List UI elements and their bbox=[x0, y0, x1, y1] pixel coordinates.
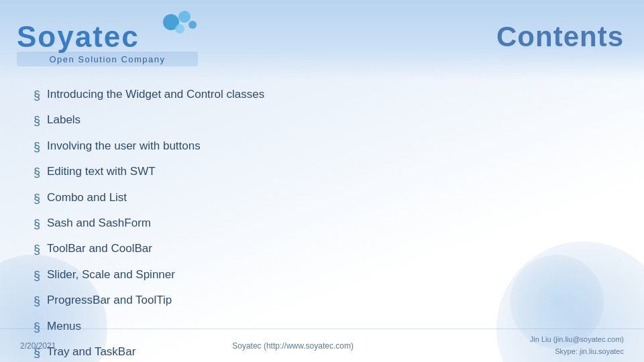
bullet-text: ToolBar and CoolBar bbox=[47, 241, 152, 256]
list-item: §Labels bbox=[34, 113, 610, 129]
bullet-marker: § bbox=[34, 113, 40, 129]
svg-text:Open Solution Company: Open Solution Company bbox=[49, 54, 165, 64]
bullet-text: Involving the user with buttons bbox=[47, 139, 201, 154]
list-item: §Slider, Scale and Spinner bbox=[34, 267, 610, 284]
bullet-marker: § bbox=[34, 88, 40, 103]
content-area: §Introducing the Widget and Control clas… bbox=[34, 87, 610, 322]
list-item: §Editing text with SWT bbox=[34, 164, 610, 180]
logo-container: Soyatec Open Solution Company bbox=[13, 10, 201, 70]
soyatec-logo: Soyatec Open Solution Company bbox=[13, 10, 201, 70]
svg-point-2 bbox=[178, 11, 191, 23]
bullet-text: Editing text with SWT bbox=[47, 164, 156, 179]
svg-point-3 bbox=[175, 24, 184, 34]
header: Soyatec Open Solution Company Contents bbox=[0, 0, 644, 80]
list-item: §Involving the user with buttons bbox=[34, 139, 610, 155]
title-area: Contents bbox=[496, 21, 624, 60]
bullet-marker: § bbox=[34, 294, 40, 309]
bullet-marker: § bbox=[34, 242, 40, 257]
bullet-marker: § bbox=[34, 139, 40, 155]
footer-contact-line2: Skype: jin.liu.soyatec bbox=[530, 346, 624, 358]
bullet-marker: § bbox=[34, 165, 40, 180]
footer-date: 2/20/2021 bbox=[20, 341, 56, 351]
list-item: §ToolBar and CoolBar bbox=[34, 241, 610, 257]
svg-point-4 bbox=[189, 21, 197, 29]
list-item: §Introducing the Widget and Control clas… bbox=[34, 87, 610, 103]
bullet-list: §Introducing the Widget and Control clas… bbox=[34, 87, 610, 362]
bullet-marker: § bbox=[34, 268, 40, 284]
bullet-text: Introducing the Widget and Control class… bbox=[47, 87, 264, 102]
slide: Soyatec Open Solution Company Contents §… bbox=[0, 0, 644, 362]
footer: 2/20/2021 Soyatec (http://www.soyatec.co… bbox=[0, 328, 644, 362]
list-item: §Combo and List bbox=[34, 190, 610, 206]
footer-contact: Jin Liu (jin.liu@soyatec.com) Skype: jin… bbox=[530, 334, 624, 357]
bullet-marker: § bbox=[34, 191, 40, 206]
bullet-text: Slider, Scale and Spinner bbox=[47, 267, 175, 282]
bullet-text: Sash and SashForm bbox=[47, 216, 151, 231]
footer-website: Soyatec (http://www.soyatec.com) bbox=[232, 341, 354, 351]
svg-text:Soyatec: Soyatec bbox=[17, 20, 140, 53]
list-item: §Sash and SashForm bbox=[34, 216, 610, 232]
bullet-text: Combo and List bbox=[47, 190, 127, 205]
bullet-marker: § bbox=[34, 217, 40, 232]
bullet-text: Labels bbox=[47, 113, 80, 127]
bullet-text: ProgressBar and ToolTip bbox=[47, 293, 172, 308]
slide-title: Contents bbox=[496, 21, 624, 53]
footer-contact-line1: Jin Liu (jin.liu@soyatec.com) bbox=[530, 334, 624, 346]
list-item: §ProgressBar and ToolTip bbox=[34, 293, 610, 309]
